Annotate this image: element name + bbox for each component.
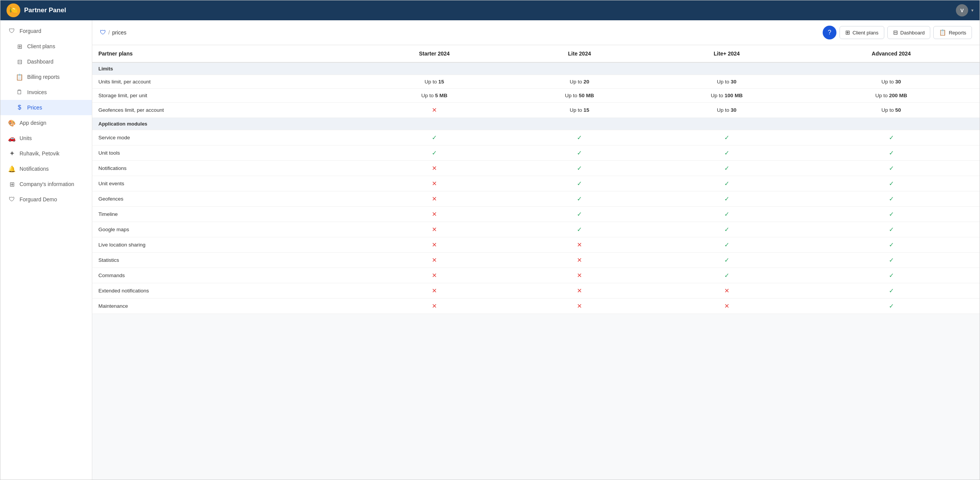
dashboard-button[interactable]: ⊟ Dashboard <box>887 26 931 39</box>
sidebar-item-invoices[interactable]: 🗒 Invoices <box>0 85 92 100</box>
starter-cell: ✓ <box>360 130 508 145</box>
sidebar-item-billing-reports[interactable]: 📋 Billing reports <box>0 69 92 85</box>
chevron-down-icon[interactable]: ▾ <box>971 8 973 13</box>
report-icon: 📋 <box>16 73 23 81</box>
sidebar-label-notifications: Notifications <box>20 166 49 172</box>
advanced-cell: ✓ <box>803 130 980 145</box>
bell-icon: 🔔 <box>8 165 16 173</box>
table-row: Storage limit, per unit Up to 5 MB Up to… <box>92 89 980 103</box>
cross-icon: ✕ <box>724 287 729 294</box>
advanced-cell: ✓ <box>803 283 980 299</box>
sidebar-item-client-plans[interactable]: ⊞ Client plans <box>0 39 92 54</box>
sidebar-item-prices[interactable]: $ Prices <box>0 100 92 115</box>
sidebar-label-billing-reports: Billing reports <box>27 74 60 80</box>
breadcrumb-separator: / <box>108 29 110 36</box>
dollar-icon: $ <box>16 104 23 111</box>
sidebar-label-invoices: Invoices <box>27 89 47 95</box>
starter-cell: ✕ <box>360 103 508 118</box>
check-icon: ✓ <box>889 226 894 233</box>
shield-icon: 🛡 <box>8 27 16 35</box>
check-icon: ✓ <box>724 211 729 217</box>
check-icon: ✓ <box>724 242 729 248</box>
table-row: Unit events ✕ ✓ ✓ ✓ <box>92 176 980 191</box>
advanced-cell: Up to 200 MB <box>803 89 980 103</box>
car-icon: 🚗 <box>8 134 16 142</box>
check-icon: ✓ <box>577 211 582 217</box>
table-row: Notifications ✕ ✓ ✓ ✓ <box>92 161 980 176</box>
cross-icon: ✕ <box>724 303 729 309</box>
app-title: Partner Panel <box>24 7 66 14</box>
starter-cell: ✕ <box>360 299 508 314</box>
cross-icon: ✕ <box>432 303 437 309</box>
content-area: 🛡 / prices ? ⊞ Client plans ⊟ Dashboard <box>92 20 980 480</box>
lite-plus-cell: ✓ <box>651 191 803 207</box>
check-icon: ✓ <box>724 180 729 187</box>
lite-plus-cell: ✓ <box>651 253 803 268</box>
client-plans-button[interactable]: ⊞ Client plans <box>840 26 884 39</box>
pricing-table: Partner plans Starter 2024 Lite 2024 Lit… <box>92 45 980 314</box>
check-icon: ✓ <box>724 196 729 202</box>
invoice-icon: 🗒 <box>16 88 23 96</box>
starter-cell: ✕ <box>360 176 508 191</box>
lite-plus-cell: Up to 100 MB <box>651 89 803 103</box>
lite-plus-cell: ✓ <box>651 130 803 145</box>
table-row: Google maps ✕ ✓ ✓ ✓ <box>92 222 980 237</box>
lite-plus-cell: ✓ <box>651 207 803 222</box>
sidebar-item-app-design[interactable]: 🎨 App design <box>0 115 92 131</box>
check-icon: ✓ <box>577 150 582 156</box>
sidebar-item-forguard[interactable]: 🛡 Forguard <box>0 23 92 39</box>
lite-cell: ✓ <box>508 207 651 222</box>
lite-cell: ✓ <box>508 130 651 145</box>
check-icon: ✓ <box>577 226 582 233</box>
lite-cell: ✓ <box>508 176 651 191</box>
reports-button[interactable]: 📋 Reports <box>933 26 972 39</box>
check-icon: ✓ <box>577 134 582 141</box>
check-icon: ✓ <box>724 226 729 233</box>
advanced-cell: ✓ <box>803 191 980 207</box>
feature-name: Geofences limit, per account <box>92 103 360 118</box>
feature-name: Commands <box>92 268 360 283</box>
table-row: Geofences limit, per account ✕ Up to 15 … <box>92 103 980 118</box>
starter-cell: ✕ <box>360 253 508 268</box>
app-container: 🍋 Partner Panel V ▾ 🛡 Forguard ⊞ Client … <box>0 0 980 480</box>
sidebar-item-ruhavik[interactable]: ✦ Ruhavik, Petovik <box>0 146 92 161</box>
check-icon: ✓ <box>724 134 729 141</box>
starter-cell: ✕ <box>360 161 508 176</box>
check-icon: ✓ <box>577 196 582 202</box>
help-button[interactable]: ? <box>823 26 836 39</box>
cross-icon: ✕ <box>432 196 437 202</box>
table-container: Partner plans Starter 2024 Lite 2024 Lit… <box>92 45 980 480</box>
feature-name: Live location sharing <box>92 237 360 253</box>
client-plans-label: Client plans <box>853 30 879 36</box>
table-row: Extended notifications ✕ ✕ ✕ ✓ <box>92 283 980 299</box>
feature-name: Maintenance <box>92 299 360 314</box>
user-avatar[interactable]: V <box>956 4 968 16</box>
table-row: Maintenance ✕ ✕ ✕ ✓ <box>92 299 980 314</box>
feature-name: Extended notifications <box>92 283 360 299</box>
lite-plus-cell: Up to 30 <box>651 75 803 89</box>
topbar: 🍋 Partner Panel V ▾ <box>0 0 980 20</box>
advanced-cell: ✓ <box>803 161 980 176</box>
advanced-cell: ✓ <box>803 145 980 161</box>
starter-cell: ✕ <box>360 268 508 283</box>
check-icon: ✓ <box>889 165 894 171</box>
sidebar-label-client-plans: Client plans <box>27 43 55 49</box>
table-row: Timeline ✕ ✓ ✓ ✓ <box>92 207 980 222</box>
cross-icon: ✕ <box>432 180 437 187</box>
lite-cell: ✕ <box>508 253 651 268</box>
table-row: Geofences ✕ ✓ ✓ ✓ <box>92 191 980 207</box>
feature-name: Timeline <box>92 207 360 222</box>
sidebar-item-notifications[interactable]: 🔔 Notifications <box>0 161 92 176</box>
sidebar-item-units[interactable]: 🚗 Units <box>0 131 92 146</box>
advanced-cell: ✓ <box>803 222 980 237</box>
sidebar-item-dashboard[interactable]: ⊟ Dashboard <box>0 54 92 69</box>
starter-cell: ✕ <box>360 283 508 299</box>
table-header-row: Partner plans Starter 2024 Lite 2024 Lit… <box>92 45 980 62</box>
check-icon: ✓ <box>889 242 894 248</box>
cross-icon: ✕ <box>432 287 437 294</box>
sidebar-item-forguard-demo[interactable]: 🛡 Forguard Demo <box>0 192 92 207</box>
table-row: Service mode ✓ ✓ ✓ ✓ <box>92 130 980 145</box>
check-icon: ✓ <box>889 257 894 263</box>
topbar-left: 🍋 Partner Panel <box>7 3 66 17</box>
sidebar-item-company-info[interactable]: ⊞ Company's information <box>0 176 92 192</box>
